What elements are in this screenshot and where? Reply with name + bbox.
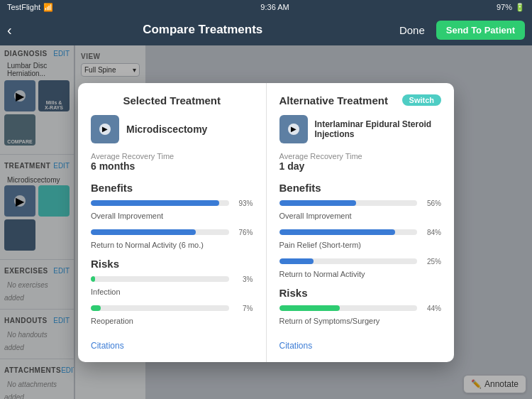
alt-benefits-title: Benefits (279, 182, 442, 194)
risk-pct-2: 7% (233, 305, 253, 312)
send-to-patient-button[interactable]: Send To Patient (436, 21, 525, 40)
alt-risk-bar-fill-1 (279, 305, 340, 311)
selected-risks-title: Risks (91, 258, 253, 270)
alt-benefit-item-1: 56% Overall Improvement (279, 200, 442, 222)
benefit-label-2: Return to Normal Activity (6 mo.) (91, 241, 204, 249)
selected-benefits-title: Benefits (91, 182, 253, 194)
selected-citations-link[interactable]: Citations (91, 334, 253, 351)
modal-body: Selected Treatment ▶ Microdiscectomy Ave… (78, 83, 454, 362)
alt-benefit-label-3: Return to Normal Activity (279, 270, 365, 278)
risk-pct-1: 3% (233, 275, 253, 283)
header-right: Done Send To Patient (394, 21, 525, 40)
alt-benefit-label-2: Pain Relief (Short-term) (279, 241, 362, 249)
app-header: ‹ Compare Treatments Done Send To Patien… (0, 14, 532, 45)
main-layout: DIAGNOSIS EDIT Lumbar Disc Herniation...… (0, 45, 532, 399)
alt-benefit-bar-track-2 (279, 229, 418, 235)
selected-treatment-col: Selected Treatment ▶ Microdiscectomy Ave… (78, 83, 267, 362)
benefit-bar-row-2: 76% (91, 229, 253, 236)
alt-risk-item-1: 44% Return of Symptoms/Surgery (279, 305, 442, 327)
selected-col-header: Selected Treatment (91, 94, 253, 106)
risk-bar-fill-1 (91, 276, 95, 282)
selected-recovery-label: Average Recovery Time (91, 152, 253, 160)
alt-benefit-pct-2: 84% (421, 229, 441, 236)
benefit-bar-track-1 (91, 200, 229, 206)
alt-benefit-label-1: Overall Improvement (279, 212, 352, 220)
modal-overlay: Selected Treatment ▶ Microdiscectomy Ave… (0, 45, 532, 399)
wifi-icon: 📶 (43, 3, 53, 12)
alt-benefit-item-3: 25% Return to Normal Activity (279, 258, 442, 280)
switch-button[interactable]: Switch (402, 94, 441, 106)
selected-play-icon: ▶ (99, 124, 111, 135)
alt-risk-label-1: Return of Symptoms/Surgery (279, 317, 380, 325)
selected-risks-list: 3% Infection 7% Reoperation (91, 275, 253, 327)
benefit-bar-row-1: 93% (91, 200, 253, 207)
selected-treatment-thumb: ▶ (91, 115, 119, 143)
benefit-bar-fill-2 (91, 229, 196, 235)
status-bar-left: TestFlight 📶 (7, 3, 53, 12)
alt-benefit-bar-track-1 (279, 200, 418, 206)
alt-benefit-bar-row-1: 56% (279, 200, 442, 207)
alt-play-icon: ▶ (288, 124, 299, 135)
alt-benefits-list: 56% Overall Improvement 84% Pain (279, 200, 442, 280)
selected-recovery-value: 6 months (91, 160, 253, 172)
battery-icon: 🔋 (515, 3, 525, 12)
alt-col-header: Alternative Treatment (279, 94, 388, 106)
selected-recovery: Average Recovery Time 6 months (91, 152, 253, 172)
benefit-item-1: 93% Overall Improvement (91, 200, 253, 222)
risk-item-1: 3% Infection (91, 275, 253, 297)
risk-bar-row-2: 7% (91, 305, 253, 312)
alt-benefit-bar-row-3: 25% (279, 258, 442, 266)
benefit-bar-fill-1 (91, 200, 219, 206)
status-bar-right: 97% 🔋 (497, 3, 525, 12)
risk-item-2: 7% Reoperation (91, 305, 253, 327)
benefit-pct-1: 93% (233, 200, 253, 207)
back-button[interactable]: ‹ (7, 22, 12, 38)
done-button[interactable]: Done (394, 21, 431, 39)
carrier-label: TestFlight (7, 3, 40, 11)
benefit-pct-2: 76% (233, 229, 253, 236)
header-left: ‹ (7, 22, 12, 38)
alt-header-row: Alternative Treatment Switch (279, 94, 442, 106)
risk-label-2: Reoperation (91, 317, 133, 325)
risk-label-1: Infection (91, 288, 121, 296)
selected-benefits-list: 93% Overall Improvement 76% Retu (91, 200, 253, 251)
risk-bar-fill-2 (91, 305, 101, 311)
header-title: Compare Treatments (12, 23, 394, 37)
risk-bar-track-2 (91, 305, 229, 311)
alt-risk-bar-track-1 (279, 305, 418, 311)
alt-benefit-bar-fill-1 (279, 200, 357, 206)
status-bar: TestFlight 📶 9:36 AM 97% 🔋 (0, 0, 532, 14)
alt-treatment-row: ▶ Interlaminar Epidural Steroid Injectio… (279, 115, 442, 143)
alt-recovery-label: Average Recovery Time (279, 152, 442, 160)
alt-risk-pct-1: 44% (421, 305, 441, 312)
risk-bar-track-1 (91, 276, 229, 282)
alternative-treatment-col: Alternative Treatment Switch ▶ Interlami… (267, 83, 455, 362)
battery-label: 97% (497, 3, 512, 11)
benefit-item-2: 76% Return to Normal Activity (6 mo.) (91, 229, 253, 251)
benefit-label-1: Overall Improvement (91, 212, 163, 220)
alt-risk-bar-row-1: 44% (279, 305, 442, 312)
alt-treatment-name: Interlaminar Epidural Steroid Injections (315, 119, 442, 139)
benefit-bar-track-2 (91, 229, 229, 235)
compare-modal: Selected Treatment ▶ Microdiscectomy Ave… (78, 83, 454, 362)
selected-treatment-row: ▶ Microdiscectomy (91, 115, 253, 143)
alt-benefit-bar-row-2: 84% (279, 229, 442, 236)
selected-treatment-name: Microdiscectomy (126, 124, 207, 135)
alt-benefit-item-2: 84% Pain Relief (Short-term) (279, 229, 442, 251)
alt-benefit-pct-1: 56% (421, 200, 441, 207)
alt-recovery-value: 1 day (279, 160, 442, 172)
alt-benefit-bar-track-3 (279, 258, 418, 264)
alt-benefit-pct-3: 25% (421, 258, 441, 266)
alt-risks-title: Risks (279, 287, 442, 299)
alt-risks-list: 44% Return of Symptoms/Surgery (279, 305, 442, 327)
risk-bar-row-1: 3% (91, 275, 253, 283)
alt-benefit-bar-fill-3 (279, 258, 314, 264)
time-label: 9:36 AM (260, 3, 289, 11)
alt-benefit-bar-fill-2 (279, 229, 395, 235)
alt-treatment-thumb: ▶ (279, 115, 308, 143)
alt-citations-link[interactable]: Citations (279, 334, 442, 351)
alt-recovery: Average Recovery Time 1 day (279, 152, 442, 172)
